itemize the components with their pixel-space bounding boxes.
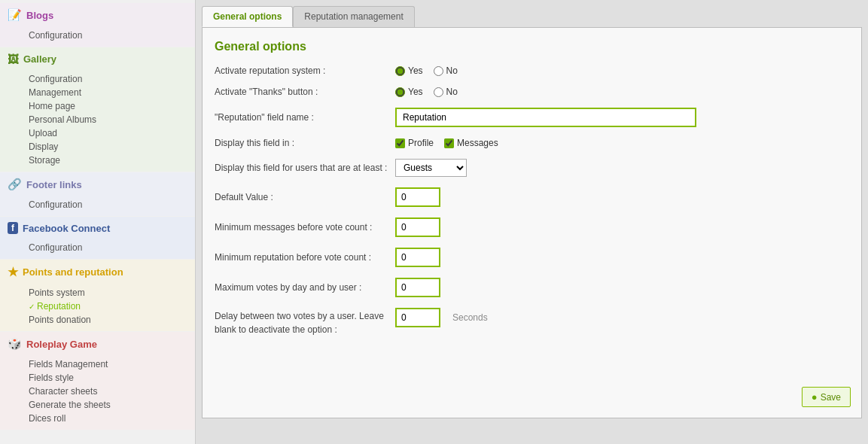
sidebar-item-gallery-storage[interactable]: Storage [23,154,195,167]
checkbox-messages-label: Messages [457,138,498,148]
tab-reputation-management[interactable]: Reputation management [293,6,414,27]
sidebar-item-roleplay-dices-roll[interactable]: Dices roll [23,412,195,425]
sidebar-gallery-items: Configuration Management Home page Perso… [0,71,195,172]
max-votes-label: Maximum votes by day and by user : [215,282,395,293]
radio-activate-thanks-yes[interactable]: Yes [395,87,423,97]
max-votes-control [395,278,440,297]
field-name-label: "Reputation" field name : [215,112,395,123]
radio-activate-reputation-yes-input[interactable] [395,66,405,76]
form-row-activate-reputation: Activate reputation system : Yes No [215,65,849,76]
save-button[interactable]: ● Save [802,387,851,407]
sidebar-item-gallery-management[interactable]: Management [23,86,195,99]
checkbox-messages[interactable]: Messages [444,138,498,148]
field-name-input[interactable] [395,108,696,127]
sidebar-item-roleplay-generate-sheets[interactable]: Generate the sheets [23,398,195,412]
default-value-input[interactable] [395,187,440,207]
sidebar-roleplay-items: Fields Management Fields style Character… [0,356,195,430]
activate-reputation-label: Activate reputation system : [215,65,395,76]
form-row-min-reputation: Minimum reputation before vote count : [215,248,849,267]
sidebar-item-gallery-personalalbums[interactable]: Personal Albums [23,113,195,126]
sidebar-section-gallery: 🖼 Gallery Configuration Management Home … [0,47,195,172]
gallery-icon: 🖼 [8,53,19,65]
radio-activate-reputation-no-input[interactable] [434,66,443,76]
sidebar-section-points: ★ Points and reputation Points system Re… [0,260,195,331]
sidebar-section-label-blogs: Blogs [26,10,53,21]
form-row-display-users: Display this field for users that are at… [215,159,849,177]
sidebar-item-facebook-configuration[interactable]: Configuration [23,241,195,254]
sidebar-header-points[interactable]: ★ Points and reputation [0,260,195,284]
form-row-activate-thanks: Activate "Thanks" button : Yes No [215,87,849,97]
delay-control: Seconds [395,308,488,327]
sidebar-header-gallery[interactable]: 🖼 Gallery [0,47,195,71]
radio-activate-thanks-no[interactable]: No [434,87,458,97]
sidebar-item-roleplay-fields-management[interactable]: Fields Management [23,357,195,371]
sidebar-section-label-footer: Footer links [26,179,82,190]
checkbox-profile-input[interactable] [395,138,405,148]
default-value-control [395,187,440,207]
sidebar-item-gallery-upload[interactable]: Upload [23,126,195,140]
delay-unit-label: Seconds [452,312,488,323]
points-icon: ★ [8,265,18,279]
activate-thanks-control: Yes No [395,87,458,97]
display-in-control: Profile Messages [395,138,498,148]
form-row-default-value: Default Value : [215,187,849,207]
sidebar-item-gallery-display[interactable]: Display [23,140,195,154]
sidebar-item-footer-configuration[interactable]: Configuration [23,198,195,211]
sidebar-section-facebook: f Facebook Connect Configuration [0,217,195,259]
sidebar-item-points-system[interactable]: Points system [23,286,195,300]
tab-general-options[interactable]: General options [202,6,293,27]
main-content: General options Reputation management Ge… [196,0,868,444]
checkbox-profile-label: Profile [408,138,434,148]
checkbox-profile[interactable]: Profile [395,138,434,148]
sidebar-header-blogs[interactable]: 📝 Blogs [0,3,195,27]
sidebar-item-gallery-configuration[interactable]: Configuration [23,72,195,86]
blogs-icon: 📝 [8,8,22,22]
min-messages-input[interactable] [395,217,440,237]
radio-activate-thanks-no-input[interactable] [434,87,443,97]
delay-label: Delay between two votes by a user. Leave… [215,308,395,336]
sidebar-section-label-gallery: Gallery [23,53,56,65]
content-panel: General options Activate reputation syst… [202,27,862,418]
sidebar-header-facebook[interactable]: f Facebook Connect [0,217,195,239]
radio-thanks-no-label: No [446,87,458,97]
sidebar-item-roleplay-fields-style[interactable]: Fields style [23,371,195,385]
sidebar-section-roleplay: 🎲 Roleplay Game Fields Management Fields… [0,332,195,430]
activate-thanks-label: Activate "Thanks" button : [215,87,395,97]
form-row-field-name: "Reputation" field name : [215,108,849,127]
radio-yes-label: Yes [408,65,423,76]
sidebar-blogs-items: Configuration [0,27,195,47]
radio-activate-reputation-yes[interactable]: Yes [395,65,423,76]
max-votes-input[interactable] [395,278,440,297]
form-row-delay: Delay between two votes by a user. Leave… [215,308,849,336]
default-value-label: Default Value : [215,192,395,202]
sidebar-item-points-donation[interactable]: Points donation [23,313,195,327]
form-row-display-in: Display this field in : Profile Messages [215,138,849,148]
sidebar-header-roleplay[interactable]: 🎲 Roleplay Game [0,332,195,356]
sidebar-header-footer[interactable]: 🔗 Footer links [0,172,195,196]
radio-activate-thanks-yes-input[interactable] [395,87,405,97]
sidebar-item-points-reputation[interactable]: Reputation [23,300,195,313]
min-reputation-label: Minimum reputation before vote count : [215,252,395,263]
sidebar-section-label-roleplay: Roleplay Game [26,339,97,350]
radio-activate-reputation-no[interactable]: No [434,65,458,76]
display-in-label: Display this field in : [215,138,395,148]
sidebar-section-blogs: 📝 Blogs Configuration [0,3,195,47]
activate-reputation-control: Yes No [395,65,458,76]
roleplay-icon: 🎲 [8,337,22,351]
radio-thanks-yes-label: Yes [408,87,423,97]
display-users-label: Display this field for users that are at… [215,162,395,175]
save-icon: ● [812,391,818,403]
sidebar-item-blogs-configuration[interactable]: Configuration [23,29,195,42]
sidebar-section-label-points: Points and reputation [23,266,123,278]
min-reputation-input[interactable] [395,248,440,267]
min-messages-control [395,217,440,237]
field-name-control [395,108,696,127]
checkbox-messages-input[interactable] [444,138,454,148]
panel-title: General options [215,40,849,53]
sidebar-item-gallery-homepage[interactable]: Home page [23,99,195,113]
sidebar-section-footer: 🔗 Footer links Configuration [0,172,195,216]
facebook-icon: f [8,222,18,234]
delay-input[interactable] [395,308,440,327]
sidebar-item-roleplay-character-sheets[interactable]: Character sheets [23,385,195,398]
users-at-least-select[interactable]: Guests Members Moderators [395,159,467,177]
